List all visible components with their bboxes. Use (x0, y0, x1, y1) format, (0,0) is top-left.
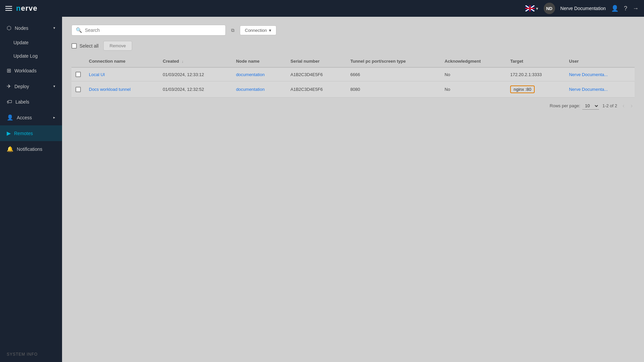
remove-button[interactable]: Remove (103, 41, 132, 51)
col-user: User (565, 55, 635, 67)
row-checkbox[interactable] (75, 87, 81, 92)
content-area: 🔍 ⧉ Connection ▾ Select all Remove (62, 17, 644, 362)
row-checkbox-cell (71, 67, 85, 81)
table-header-row: Connection name Created ↓ Node name Seri… (71, 55, 635, 67)
hamburger-menu[interactable] (5, 6, 12, 11)
rows-per-page-label: Rows per page: (550, 103, 580, 108)
table-container: Connection name Created ↓ Node name Seri… (71, 55, 635, 98)
connection-name-link[interactable]: Local UI (89, 72, 105, 77)
col-acknowledgment: Acknowledgment (441, 55, 506, 67)
pagination: Rows per page: 5102550100 1-2 of 2 ‹ › (71, 102, 635, 110)
filter-dropdown[interactable]: Connection ▾ (240, 25, 276, 35)
remotes-icon: ▶ (7, 130, 11, 136)
system-info[interactable]: SYSTEM INFO (0, 347, 62, 362)
access-chevron: ▸ (53, 115, 55, 120)
node-name-link[interactable]: documentation (236, 87, 265, 92)
filter-icon: ⧉ (231, 27, 234, 33)
row-target: nginx :80 (506, 81, 565, 98)
row-created: 01/03/2024, 12:33:12 (159, 67, 232, 81)
col-checkbox (71, 55, 85, 67)
row-tunnel: 6666 (346, 67, 440, 81)
sidebar-label-access: Access (17, 115, 32, 120)
notifications-icon: 🔔 (7, 146, 13, 152)
deploy-icon: ✈ (7, 83, 11, 89)
help-icon[interactable]: ? (624, 5, 627, 12)
col-target: Target (506, 55, 565, 67)
user-icon[interactable]: 👤 (611, 5, 619, 12)
sidebar-item-update[interactable]: Update (0, 36, 62, 49)
logout-icon[interactable]: → (633, 5, 639, 12)
app-logo: nerve (16, 4, 38, 13)
target-highlighted: nginx :80 (510, 85, 535, 93)
sidebar-label-update: Update (13, 40, 29, 45)
sidebar-label-update-log: Update Log (13, 53, 38, 59)
select-all-checkbox[interactable] (71, 43, 77, 49)
navbar-left: nerve (5, 4, 38, 13)
labels-icon: 🏷 (7, 99, 12, 105)
filter-chevron-icon: ▾ (269, 28, 271, 33)
prev-page-button[interactable]: ‹ (621, 102, 627, 110)
col-serial-number: Serial number (286, 55, 346, 67)
sidebar-label-notifications: Notifications (17, 146, 42, 152)
nodes-chevron: ▾ (53, 26, 55, 30)
row-acknowledgment: No (441, 81, 506, 98)
table-row: Local UI 01/03/2024, 12:33:12 documentat… (71, 67, 635, 81)
row-checkbox-cell (71, 81, 85, 98)
row-checkbox[interactable] (75, 72, 81, 77)
row-connection-name: Docs workload tunnel (85, 81, 159, 98)
select-all-label[interactable]: Select all (71, 43, 99, 49)
access-icon: 👤 (7, 114, 13, 121)
sidebar: ⬡ Nodes ▾ Update Update Log ⊞ Workloads … (0, 17, 62, 362)
search-icon: 🔍 (76, 27, 82, 33)
col-created[interactable]: Created ↓ (159, 55, 232, 67)
sidebar-item-nodes[interactable]: ⬡ Nodes ▾ (0, 20, 62, 36)
next-page-button[interactable]: › (629, 102, 635, 110)
user-link[interactable]: Nerve Documenta... (569, 87, 608, 92)
node-name-link[interactable]: documentation (236, 72, 265, 77)
language-selector[interactable]: ▾ (525, 5, 538, 11)
rows-per-page-select[interactable]: 5102550100 (582, 102, 599, 110)
sidebar-item-labels[interactable]: 🏷 Labels (0, 94, 62, 110)
row-connection-name: Local UI (85, 67, 159, 81)
actions-bar: Select all Remove (71, 41, 635, 51)
user-link[interactable]: Nerve Documenta... (569, 72, 608, 77)
row-serial-number: A1B2C3D4E5F6 (286, 81, 346, 98)
workloads-icon: ⊞ (7, 67, 11, 74)
sidebar-item-deploy[interactable]: ✈ Deploy ▾ (0, 78, 62, 94)
search-input[interactable] (85, 27, 221, 33)
page-nav: ‹ › (621, 102, 635, 110)
doc-link[interactable]: Nerve Documentation (560, 6, 606, 11)
sidebar-item-remotes[interactable]: ▶ Remotes (0, 125, 62, 141)
row-user: Nerve Documenta... (565, 81, 635, 98)
row-serial-number: A1B2C3D4E5F6 (286, 67, 346, 81)
sidebar-label-deploy: Deploy (14, 84, 29, 89)
nodes-icon: ⬡ (7, 25, 11, 31)
sort-icon: ↓ (181, 59, 183, 63)
row-node-name: documentation (232, 67, 286, 81)
sidebar-label-remotes: Remotes (14, 131, 33, 136)
sidebar-item-notifications[interactable]: 🔔 Notifications (0, 141, 62, 157)
sidebar-label-workloads: Workloads (14, 68, 37, 73)
filter-label: Connection (245, 28, 267, 33)
navbar: nerve ▾ ND Nerve Documentation 👤 ? → (0, 0, 644, 17)
col-tunnel: Tunnel pc port/screen type (346, 55, 440, 67)
connections-table: Connection name Created ↓ Node name Seri… (71, 55, 635, 98)
row-acknowledgment: No (441, 67, 506, 81)
connection-name-link[interactable]: Docs workload tunnel (89, 87, 130, 92)
sidebar-item-update-log[interactable]: Update Log (0, 49, 62, 63)
sidebar-item-workloads[interactable]: ⊞ Workloads (0, 63, 62, 78)
row-node-name: documentation (232, 81, 286, 98)
sidebar-item-access[interactable]: 👤 Access ▸ (0, 110, 62, 125)
col-connection-name: Connection name (85, 55, 159, 67)
deploy-chevron: ▾ (53, 84, 55, 88)
row-target: 172.20.2.1:3333 (506, 67, 565, 81)
rows-per-page: Rows per page: 5102550100 (550, 102, 599, 110)
main-layout: ⬡ Nodes ▾ Update Update Log ⊞ Workloads … (0, 17, 644, 362)
row-user: Nerve Documenta... (565, 67, 635, 81)
avatar: ND (544, 3, 555, 14)
row-created: 01/03/2024, 12:32:52 (159, 81, 232, 98)
sidebar-label-nodes: Nodes (15, 25, 28, 31)
col-node-name: Node name (232, 55, 286, 67)
sidebar-label-labels: Labels (15, 99, 29, 105)
search-box[interactable]: 🔍 (71, 25, 226, 36)
